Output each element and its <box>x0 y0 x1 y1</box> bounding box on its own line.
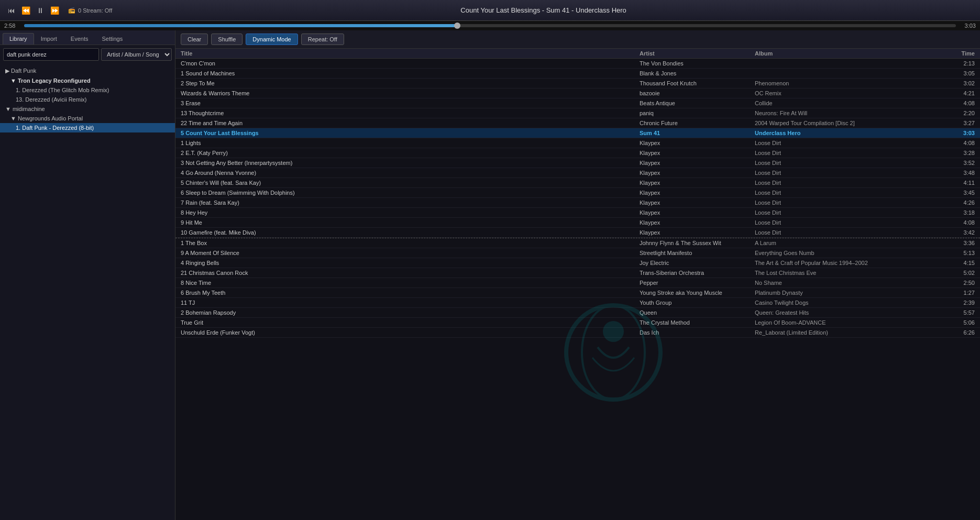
tree-item[interactable]: 13. Derezzed (Avicii Remix) <box>0 95 175 104</box>
pl-time: 3:27 <box>938 120 975 126</box>
pl-title: 3 Not Getting Any Better (Innerpartysyst… <box>181 160 640 166</box>
progress-handle[interactable] <box>454 23 460 29</box>
pl-artist: Thousand Foot Krutch <box>640 80 755 86</box>
pl-album: Legion Of Boom-ADVANCE <box>755 319 938 326</box>
pl-title: 7 Rain (feat. Sara Kay) <box>181 200 640 206</box>
pl-album: OC Remix <box>755 90 938 96</box>
tree-item[interactable]: ▶ Daft Punk <box>0 66 175 76</box>
playlist-row[interactable]: 4 Ringing Bells Joy Electric The Art & C… <box>175 258 980 268</box>
pl-artist: Klaypex <box>640 140 755 146</box>
repeat-button[interactable]: Repeat: Off <box>301 34 344 45</box>
pl-title: 1 The Box <box>181 240 640 246</box>
pl-album: Loose Dirt <box>755 140 938 146</box>
pl-time: 4:08 <box>938 219 975 226</box>
tree-item[interactable]: 1. Daft Punk - Derezzed (8-bit) <box>0 123 175 132</box>
playlist-row[interactable]: 8 Hey Hey Klaypex Loose Dirt 3:18 <box>175 208 980 218</box>
playlist-row[interactable]: 2 E.T. (Katy Perry) Klaypex Loose Dirt 3… <box>175 148 980 158</box>
pl-time: 1:27 <box>938 290 975 296</box>
playlist-row[interactable]: 3 Not Getting Any Better (Innerpartysyst… <box>175 158 980 168</box>
playlist-row[interactable]: 2 Step To Me Thousand Foot Krutch Phenom… <box>175 79 980 88</box>
playlist-row[interactable]: 21 Christmas Canon Rock Trans-Siberian O… <box>175 268 980 278</box>
pl-artist: Klaypex <box>640 219 755 226</box>
pl-title: 5 Chinter's Will (feat. Sara Kay) <box>181 180 640 186</box>
pl-title: 11 TJ <box>181 300 640 306</box>
pl-artist: Klaypex <box>640 150 755 156</box>
playlist-row[interactable]: Wizards & Warriors Theme bazooie OC Remi… <box>175 88 980 98</box>
playlist-row[interactable]: 3 Erase Beats Antique Collide 4:08 <box>175 98 980 108</box>
progress-fill <box>24 24 457 27</box>
playlist-row[interactable]: 11 TJ Youth Group Casino Twilight Dogs 2… <box>175 298 980 308</box>
sidebar-tab-events[interactable]: Events <box>64 33 95 45</box>
playlist-area: ClearShuffleDynamic ModeRepeat: Off Titl… <box>175 30 980 520</box>
pl-album: Phenomenon <box>755 80 938 86</box>
now-playing-title: Count Your Last Blessings - Sum 41 - Und… <box>112 6 975 14</box>
pl-time: 3:18 <box>938 209 975 216</box>
tree-item[interactable]: 1. Derezzed (The Glitch Mob Remix) <box>0 85 175 95</box>
playlist-row[interactable]: 1 Sound of Machines Blank & Jones 3:05 <box>175 69 980 79</box>
clear-button[interactable]: Clear <box>181 34 208 45</box>
playlist-row[interactable]: 8 Nice Time Pepper No Shame 2:50 <box>175 278 980 288</box>
sidebar-tree: ▶ Daft Punk▼ Tron Legacy Reconfigured1. … <box>0 64 175 520</box>
pl-artist: Das Ich <box>640 329 755 336</box>
pl-artist: paniq <box>640 110 755 116</box>
tree-item[interactable]: ▼ Tron Legacy Reconfigured <box>0 76 175 85</box>
playlist-row[interactable]: 2 Bohemian Rapsody Queen Queen: Greatest… <box>175 308 980 318</box>
prev-prev-button[interactable]: ⏮ <box>5 5 18 16</box>
pl-time: 5:02 <box>938 270 975 276</box>
pl-artist: Sum 41 <box>640 130 755 136</box>
col-album: Album <box>755 50 938 57</box>
sidebar-tab-import[interactable]: Import <box>34 33 64 45</box>
shuffle-button[interactable]: Shuffle <box>211 34 243 45</box>
playlist-row[interactable]: 5 Chinter's Will (feat. Sara Kay) Klaype… <box>175 178 980 188</box>
pl-album: Collide <box>755 100 938 106</box>
main-layout: LibraryImportEventsSettings Artist / Alb… <box>0 30 980 520</box>
pl-album: Loose Dirt <box>755 190 938 196</box>
pl-time: 2:50 <box>938 280 975 286</box>
tree-item[interactable]: ▼ Newgrounds Audio Portal <box>0 114 175 123</box>
playlist-row[interactable]: 7 Rain (feat. Sara Kay) Klaypex Loose Di… <box>175 198 980 208</box>
sidebar-tabs: LibraryImportEventsSettings <box>0 30 175 45</box>
sidebar-tab-library[interactable]: Library <box>3 33 34 45</box>
playlist-row[interactable]: 13 Thoughtcrime paniq Neurons: Fire At W… <box>175 108 980 118</box>
pl-time: 6:26 <box>938 329 975 336</box>
playlist-row[interactable]: 4 Go Around (Nenna Yvonne) Klaypex Loose… <box>175 168 980 178</box>
playlist-row[interactable]: True Grit The Crystal Method Legion Of B… <box>175 318 980 328</box>
pl-time: 5:13 <box>938 250 975 256</box>
search-select[interactable]: Artist / Album / SongArtistAlbumSong <box>101 48 172 61</box>
pl-title: 9 Hit Me <box>181 219 640 226</box>
playlist-row[interactable]: 22 Time and Time Again Chronic Future 20… <box>175 118 980 128</box>
playlist-row[interactable]: 10 Gamefire (feat. Mike Diva) Klaypex Lo… <box>175 228 980 238</box>
pl-album: Loose Dirt <box>755 229 938 236</box>
sidebar-tab-settings[interactable]: Settings <box>95 33 129 45</box>
playlist-row[interactable]: 1 The Box Johnny Flynn & The Sussex Wit … <box>175 238 980 248</box>
prev-button[interactable]: ⏪ <box>19 5 33 16</box>
playlist-row[interactable]: Unschuld Erde (Funker Vogt) Das Ich Re_L… <box>175 328 980 338</box>
pl-title: 2 Step To Me <box>181 80 640 86</box>
pl-title: 9 A Moment Of Silence <box>181 250 640 256</box>
pl-artist: bazooie <box>640 90 755 96</box>
dynamic-mode-button[interactable]: Dynamic Mode <box>246 34 298 45</box>
pl-title: 21 Christmas Canon Rock <box>181 270 640 276</box>
playlist-row[interactable]: 5 Count Your Last Blessings Sum 41 Under… <box>175 128 980 138</box>
playlist-row[interactable]: C'mon C'mon The Von Bondies 2:13 <box>175 59 980 69</box>
pl-album: Everything Goes Numb <box>755 250 938 256</box>
pl-time: 4:26 <box>938 200 975 206</box>
playlist-row[interactable]: 9 Hit Me Klaypex Loose Dirt 4:08 <box>175 218 980 228</box>
pl-artist: Streetlight Manifesto <box>640 250 755 256</box>
pl-album: The Lost Christmas Eve <box>755 270 938 276</box>
pl-artist: The Crystal Method <box>640 319 755 326</box>
tree-item[interactable]: ▼ midimachine <box>0 104 175 114</box>
col-time: Time <box>938 50 975 57</box>
search-input[interactable] <box>3 48 99 61</box>
next-button[interactable]: ⏩ <box>48 5 62 16</box>
pl-artist: Blank & Jones <box>640 70 755 76</box>
pl-album: 2004 Warped Tour Compilation [Disc 2] <box>755 120 938 126</box>
progress-track[interactable] <box>24 24 956 27</box>
pause-button[interactable]: ⏸ <box>34 5 47 16</box>
playlist-row[interactable]: 1 Lights Klaypex Loose Dirt 4:08 <box>175 138 980 148</box>
playlist-row[interactable]: 6 Sleep to Dream (Swimming With Dolphins… <box>175 188 980 198</box>
pl-time: 3:45 <box>938 190 975 196</box>
pl-album: Queen: Greatest Hits <box>755 309 938 316</box>
playlist-row[interactable]: 9 A Moment Of Silence Streetlight Manife… <box>175 248 980 258</box>
playlist-row[interactable]: 6 Brush My Teeth Young Stroke aka Young … <box>175 288 980 298</box>
